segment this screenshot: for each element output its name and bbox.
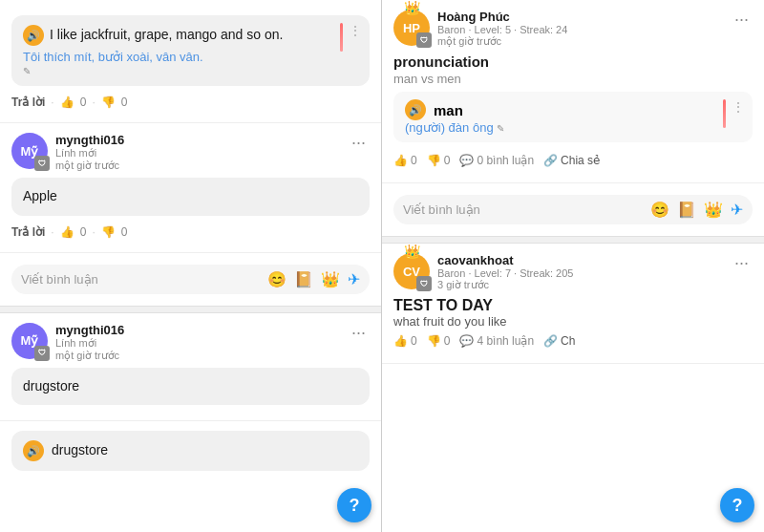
action-bar-apple: Trả lời · 👍 0 · 👎 0: [11, 222, 370, 243]
user-details-cvk: caovankhoat Baron · Level: 7 · Streak: 2…: [437, 253, 573, 291]
share-btn-tt[interactable]: 🔗 Ch: [543, 334, 575, 348]
avatar-hoangphuc: 👑 HP 🛡: [393, 10, 430, 46]
badge-icon-left[interactable]: 👑: [321, 270, 340, 288]
like-count-0: 0: [80, 96, 87, 109]
dislike-count-tt: 0: [444, 334, 451, 348]
shield-badge2: 🛡: [34, 346, 50, 361]
comments-item-tt[interactable]: 💬 4 bình luận: [459, 334, 534, 348]
post-subtext-pronunciation: man vs men: [393, 72, 753, 86]
badge-icon-right[interactable]: 👑: [704, 201, 723, 219]
send-icon-right[interactable]: ✈: [731, 201, 743, 219]
user-details-hp: Hoàng Phúc Baron · Level: 5 · Streak: 24…: [437, 10, 567, 48]
like-count-tt: 0: [411, 334, 417, 348]
shield-badge-cvk: 🛡: [416, 276, 432, 291]
avatar-myngthi2: Mỹ 🛡: [11, 323, 48, 359]
dislike-item-pron[interactable]: 👎 0: [427, 154, 451, 167]
help-button-left[interactable]: ?: [337, 488, 371, 522]
drugstore-card-header: Mỹ 🛡 myngthi016 Lính mới một giờ trước ·…: [11, 323, 370, 362]
input-icons-right: 😊 📔 👑 ✈: [650, 201, 743, 219]
avatar-caoVK: 👑 CV 🛡: [393, 253, 430, 289]
left-content: 🔊 I like jackfruit, grape, mango and so …: [0, 0, 381, 532]
book-icon-left[interactable]: 📔: [294, 270, 313, 288]
speaker-icon[interactable]: 🔊: [23, 25, 44, 46]
apple-bubble: Apple: [11, 178, 370, 216]
drugstore-audio-row: 🔊 drugstore: [0, 421, 381, 480]
thumbs-up-apple[interactable]: 👍: [60, 225, 74, 239]
post-word-pronunciation: pronunciation: [393, 53, 753, 70]
input-icons-left: 😊 📔 👑 ✈: [267, 270, 360, 288]
bubble-dots-man[interactable]: ⋮: [732, 99, 745, 115]
drugstore-card: Mỹ 🛡 myngthi016 Lính mới một giờ trước ·…: [0, 313, 381, 422]
divider-right: [382, 236, 764, 244]
user-meta-cvk: Baron · Level: 7 · Streak: 205: [437, 267, 573, 279]
avatar-myngthi: Mỹ 🛡: [11, 133, 48, 169]
comments-item-pron[interactable]: 💬 0 bình luận: [459, 154, 534, 167]
right-content: 👑 HP 🛡 Hoàng Phúc Baron · Level: 5 · Str…: [382, 0, 764, 532]
drugstore-audio-bubble: 🔊 drugstore: [11, 431, 370, 471]
user-info-drugstore: Mỹ 🛡 myngthi016 Lính mới một giờ trước: [11, 323, 124, 362]
username-hp: Hoàng Phúc: [437, 10, 567, 24]
shield-badge-hp: 🛡: [416, 32, 432, 48]
user-details-drugstore: myngthi016 Lính mới một giờ trước: [55, 323, 124, 362]
post-title-testtoday: TEST TO DAY: [393, 297, 753, 314]
dots-menu-apple[interactable]: ···: [348, 133, 370, 153]
comment-input-bar-right[interactable]: Viết bình luận 😊 📔 👑 ✈: [393, 195, 753, 224]
comment-count-tt: 4 bình luận: [477, 334, 534, 348]
speaker-icon-man[interactable]: 🔊: [405, 99, 426, 120]
reactions-pronunciation: 👍 0 👎 0 💬 0 bình luận 🔗 Chia sẻ: [393, 148, 753, 173]
book-icon-right[interactable]: 📔: [677, 201, 696, 219]
dislike-count-apple: 0: [121, 225, 128, 239]
user-info-caoVK: 👑 CV 🛡 caovankhoat Baron · Level: 7 · St…: [393, 253, 573, 291]
send-icon-left[interactable]: ✈: [348, 270, 360, 288]
share-btn-pron[interactable]: 🔗 Chia sẻ: [543, 154, 600, 167]
testtoday-card-header: 👑 CV 🛡 caovankhoat Baron · Level: 7 · St…: [393, 253, 753, 291]
emoji-icon-right[interactable]: 😊: [650, 201, 669, 219]
bubble-bar: [340, 23, 343, 52]
reply-link-apple[interactable]: Trả lời: [11, 225, 45, 239]
word-trans-man: (người) đàn ông ✎: [405, 120, 741, 135]
word-entry-header-man: 🔊 man: [405, 99, 741, 120]
user-time-apple: một giờ trước: [55, 160, 124, 172]
emoji-icon-left[interactable]: 😊: [267, 270, 286, 288]
thumbs-down-icon[interactable]: 👎: [101, 96, 116, 109]
dots-menu-drugstore[interactable]: ···: [348, 323, 370, 343]
divider-left: [0, 306, 381, 313]
bubble-header: 🔊 I like jackfruit, grape, mango and so …: [23, 25, 358, 46]
dots-menu-cvk[interactable]: ···: [731, 253, 753, 273]
username-apple: myngthi016: [55, 133, 124, 147]
shield-badge: 🛡: [34, 156, 50, 171]
bubble-bar-man: [723, 99, 726, 128]
speech-bubble-main: 🔊 I like jackfruit, grape, mango and so …: [11, 15, 370, 86]
drugstore-speaker[interactable]: 🔊: [23, 440, 44, 461]
like-count-pron: 0: [411, 154, 417, 167]
apple-text: Apple: [23, 188, 57, 203]
user-details-apple: myngthi016 Lính mới một giờ trước: [55, 133, 124, 172]
user-info-hoangphuc: 👑 HP 🛡 Hoàng Phúc Baron · Level: 5 · Str…: [393, 10, 567, 48]
share-icon-tt: 🔗: [543, 334, 558, 348]
share-icon-pron: 🔗: [543, 154, 558, 167]
dislike-item-tt[interactable]: 👎 0: [427, 334, 451, 348]
comment-input-bar-left[interactable]: Viết bình luận 😊 📔 👑 ✈: [11, 265, 370, 294]
like-count-apple: 0: [80, 225, 87, 239]
reactions-testtoday: 👍 0 👎 0 💬 4 bình luận 🔗 Ch: [393, 329, 753, 353]
user-time-hp: một giờ trước: [437, 35, 567, 48]
like-item-tt[interactable]: 👍 0: [393, 334, 417, 348]
username-drugstore: myngthi016: [55, 323, 124, 337]
word-entry-man: 🔊 man (người) đàn ông ✎ ⋮: [393, 92, 753, 142]
help-button-right[interactable]: ?: [720, 488, 754, 522]
thumbs-up-icon[interactable]: 👍: [60, 96, 74, 109]
thumbs-down-apple[interactable]: 👎: [101, 225, 116, 239]
dots-menu-hp[interactable]: ···: [731, 10, 753, 30]
share-label-pron: Chia sẻ: [561, 154, 600, 167]
comment-count-pron: 0 bình luận: [477, 154, 534, 167]
right-panel: 👑 HP 🛡 Hoàng Phúc Baron · Level: 5 · Str…: [382, 0, 764, 532]
reply-link-0[interactable]: Trả lời: [11, 96, 45, 109]
dislike-icon-pron: 👎: [427, 154, 441, 167]
avatar-crown-cvk: 👑: [404, 244, 420, 259]
like-item-pron[interactable]: 👍 0: [393, 154, 417, 167]
bubble-translation: Tôi thích mít, bưởi xoài, vân vân.: [23, 50, 358, 64]
bubble-dots-menu[interactable]: ⋮: [349, 23, 362, 38]
pronunciation-card-header: 👑 HP 🛡 Hoàng Phúc Baron · Level: 5 · Str…: [393, 10, 753, 48]
bubble-text: I like jackfruit, grape, mango and so on…: [50, 26, 283, 45]
user-role-apple: Lính mới: [55, 147, 124, 160]
